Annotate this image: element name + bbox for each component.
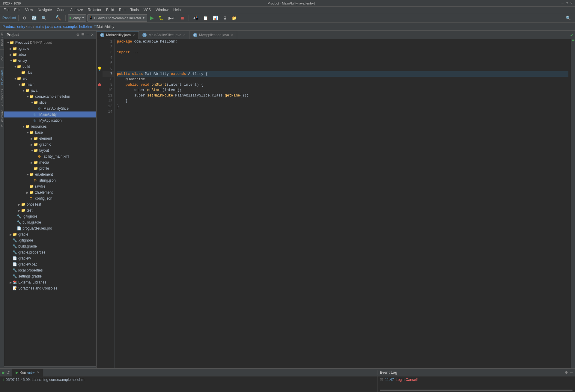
menu-navigate[interactable]: Navigate xyxy=(35,7,54,13)
tree-gradle-folder[interactable]: ▶ 📁 gradle xyxy=(4,231,96,237)
tree-config-json[interactable]: ⚙ config.json xyxy=(4,195,96,201)
bc-java[interactable]: java xyxy=(45,25,52,29)
tab-close-mainability[interactable]: ✕ xyxy=(133,34,135,37)
tab-close-mas[interactable]: ✕ xyxy=(183,33,186,37)
debug-btn[interactable]: 🐛 xyxy=(157,14,165,22)
event-log-scrollbar[interactable] xyxy=(380,390,573,391)
menu-help[interactable]: Help xyxy=(171,7,183,13)
tree-rawfile[interactable]: 📁 rawfile xyxy=(4,183,96,189)
tree-build[interactable]: ▼ 📁 build xyxy=(4,64,96,70)
menu-run[interactable]: Run xyxy=(117,7,128,13)
tree-build-gradle-root[interactable]: 🔧 build.gradle xyxy=(4,243,96,249)
menu-vcs[interactable]: VCS xyxy=(141,7,153,13)
tree-test[interactable]: ▶ 📁 test xyxy=(4,207,96,213)
tree-local-properties[interactable]: 🔧 local.properties xyxy=(4,267,96,273)
tree-gradlew-bat[interactable]: 📄 gradlew.bat xyxy=(4,261,96,267)
menu-build[interactable]: Build xyxy=(104,7,117,13)
tab-myapplication[interactable]: C MyApplication.java ✕ xyxy=(189,31,237,39)
tree-myapplication[interactable]: © MyApplication xyxy=(4,117,96,123)
menu-view[interactable]: View xyxy=(23,7,35,13)
menu-analyze[interactable]: Analyze xyxy=(68,7,85,13)
toolbar-search-btn[interactable]: 🔍 xyxy=(40,14,48,22)
tree-external-libs[interactable]: ▶ 📚 External Libraries xyxy=(4,279,96,285)
tree-en-element[interactable]: ▼ 📁 en.element xyxy=(4,171,96,177)
toolbar-icon2[interactable]: 📊 xyxy=(211,14,220,22)
tree-ability-main-xml[interactable]: ⚙ ability_main.xml xyxy=(4,153,96,159)
search-everywhere-btn[interactable]: 🔍 xyxy=(564,14,573,22)
tree-ohostest[interactable]: ▶ 📁 ohosTest xyxy=(4,201,96,207)
panel-icon-minimize[interactable]: ─ xyxy=(86,33,89,37)
tree-string-json[interactable]: ⚙ string.json xyxy=(4,177,96,183)
toolbar-device-mgr[interactable]: 📲 xyxy=(191,14,200,22)
structure-tool[interactable]: 2: Structure xyxy=(0,108,4,129)
menu-file[interactable]: File xyxy=(1,7,12,13)
tree-idea[interactable]: ▶ 📁 .idea xyxy=(4,52,96,58)
menu-refactor[interactable]: Refactor xyxy=(85,7,104,13)
bc-product[interactable]: Product xyxy=(2,25,15,29)
event-log-minus[interactable]: ─ xyxy=(570,370,573,375)
toolbar-sync-btn[interactable]: 🔄 xyxy=(30,14,38,22)
event-log-gear[interactable]: ⚙ xyxy=(565,370,568,375)
ohos-build-tool[interactable]: OhosBuild xyxy=(0,31,4,50)
tree-gradle-properties[interactable]: 🔧 gradle.properties xyxy=(4,249,96,255)
run-rerun-btn[interactable]: ↺ xyxy=(6,370,10,375)
tree-gradle-hidden[interactable]: ▶ 📁 .gradle xyxy=(4,46,96,52)
bc-entry[interactable]: entry xyxy=(17,25,25,29)
run-play-btn[interactable]: ▶ xyxy=(2,370,5,375)
tree-src[interactable]: ▼ 📁 src xyxy=(4,76,96,82)
favorites-tool[interactable]: 2: Favorites xyxy=(0,87,4,108)
stop-btn[interactable]: ⏹ xyxy=(178,14,186,22)
tree-libs[interactable]: 📁 libs xyxy=(4,70,96,76)
bc-main[interactable]: main xyxy=(35,25,43,29)
tree-mainability[interactable]: © MainAbility xyxy=(4,111,96,117)
run-config-dropdown[interactable]: ▶ entry ▼ xyxy=(68,14,86,22)
tree-gitignore-entry[interactable]: 🔧 .gitignore xyxy=(4,213,96,219)
toolbar-build-btn[interactable]: 🔨 xyxy=(53,14,63,22)
tree-gitignore-root[interactable]: 🔧 .gitignore xyxy=(4,237,96,243)
window-controls[interactable]: ─ □ ✕ xyxy=(562,1,573,5)
vad-tool[interactable]: Vad xyxy=(0,50,4,68)
panel-icon-close[interactable]: ✕ xyxy=(91,33,94,37)
device-dropdown[interactable]: 📱 Huawei Lite Wearable Simulator ▼ xyxy=(87,14,147,22)
run-btn[interactable]: ▶ xyxy=(148,14,156,22)
tree-media[interactable]: ▶ 📁 media xyxy=(4,159,96,165)
toolbar-icon1[interactable]: 📋 xyxy=(201,14,210,22)
tree-scratches[interactable]: 📝 Scratches and Consoles xyxy=(4,285,96,291)
tab-mainability[interactable]: C MainAbility.java ✕ xyxy=(97,31,139,39)
tree-base[interactable]: ▼ 📁 base xyxy=(4,129,96,135)
tree-java[interactable]: ▼ 📁 java xyxy=(4,88,96,94)
menu-window[interactable]: Window xyxy=(153,7,171,13)
panel-resize-handle[interactable] xyxy=(4,366,96,368)
bottom-tab-run[interactable]: ▶ Run entry ✕ xyxy=(12,369,43,376)
maximize-btn[interactable]: □ xyxy=(566,1,568,5)
close-btn[interactable]: ✕ xyxy=(570,1,573,5)
menu-tools[interactable]: Tools xyxy=(128,7,141,13)
tree-entry[interactable]: ▼ 📁 entry xyxy=(4,58,96,64)
tree-layout[interactable]: ▼ 📁 layout xyxy=(4,147,96,153)
toolbar-settings-btn[interactable]: ⚙ xyxy=(21,14,28,22)
project-tree[interactable]: ▼ 📁 Product D:\HM\Product ▶ 📁 .gradle ▶ … xyxy=(4,39,96,366)
tree-package[interactable]: ▼ 📁 com.example.hellohm xyxy=(4,94,96,99)
bc-src[interactable]: src xyxy=(28,25,32,29)
code-content[interactable]: package com.example.hellohm; import ... … xyxy=(115,39,571,368)
toolbar-icon4[interactable]: 📁 xyxy=(230,14,239,22)
tree-main[interactable]: ▼ 📁 main xyxy=(4,82,96,88)
panel-icon-gear[interactable]: ⚙ xyxy=(76,33,79,37)
bc-hellohm[interactable]: hellohm xyxy=(79,25,92,29)
tree-gradlew[interactable]: 📄 gradlew xyxy=(4,255,96,261)
tree-settings-gradle[interactable]: 🔧 settings.gradle xyxy=(4,273,96,279)
bc-com[interactable]: com xyxy=(54,25,61,29)
tree-profile[interactable]: 📁 profile xyxy=(4,165,96,171)
tree-zh-element[interactable]: ▶ 📁 zh.element xyxy=(4,189,96,195)
toolbar-icon3[interactable]: 🖥 xyxy=(221,14,229,22)
tree-build-gradle[interactable]: 🔧 build.gradle xyxy=(4,219,96,225)
menu-edit[interactable]: Edit xyxy=(12,7,23,13)
tree-element[interactable]: ▶ 📁 element xyxy=(4,135,96,141)
tree-proguard[interactable]: 📄 proguard-rules.pro xyxy=(4,225,96,231)
tree-root[interactable]: ▼ 📁 Product D:\HM\Product xyxy=(4,40,96,46)
menu-code[interactable]: Code xyxy=(54,7,68,13)
coverage-btn[interactable]: ▶✓ xyxy=(167,14,177,22)
id-variants-tool[interactable]: Id Variants xyxy=(0,68,4,87)
bc-example[interactable]: example xyxy=(63,25,77,29)
tree-resources[interactable]: ▼ 📁 resources xyxy=(4,123,96,129)
